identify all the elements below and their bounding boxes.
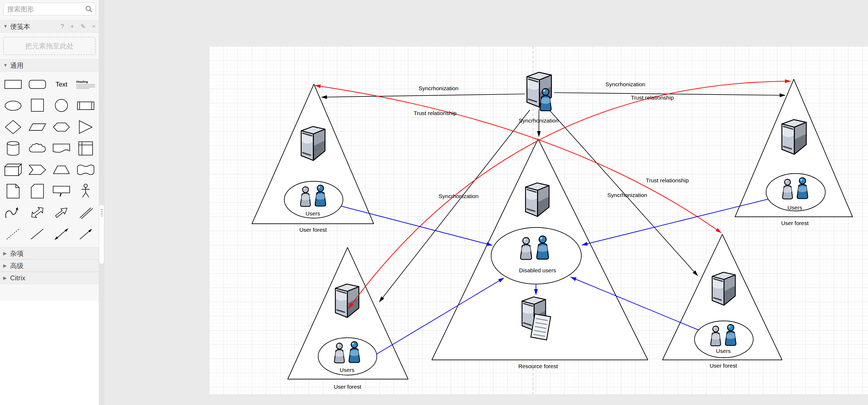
shape-diamond[interactable] xyxy=(1,116,25,138)
sync-label-center[interactable]: Syncrhonization xyxy=(519,118,558,124)
shape-bidirectional-connector[interactable] xyxy=(50,223,74,245)
sync-label-top-left[interactable]: Syncrhonization xyxy=(418,85,458,91)
scratchpad-title: 便笺本 xyxy=(10,22,30,31)
shape-trapezoid[interactable] xyxy=(50,159,74,181)
section-advanced[interactable]: ▶ 高级 xyxy=(0,259,99,272)
assign-edge-top-right[interactable] xyxy=(582,199,768,245)
shape-step[interactable] xyxy=(25,159,50,181)
disabled-users-label[interactable]: Disabled users xyxy=(519,267,556,273)
sync-edge-to-top-left[interactable] xyxy=(321,94,525,97)
section-general[interactable]: ▼ 通用 xyxy=(0,59,99,71)
shape-rectangle[interactable] xyxy=(1,74,25,95)
chevron-down-icon: ▼ xyxy=(3,63,7,68)
forest-label-bottom-right[interactable]: User forest xyxy=(710,363,737,369)
shape-callout[interactable] xyxy=(50,181,74,202)
misc-title: 杂项 xyxy=(10,249,24,258)
shape-curve[interactable] xyxy=(1,202,25,223)
shape-parallelogram[interactable] xyxy=(25,116,50,138)
shape-internal-storage[interactable] xyxy=(74,138,98,159)
trust-label-mid-right[interactable]: Trust relationship xyxy=(646,177,689,183)
section-citrix[interactable]: ▶ Citrix xyxy=(0,272,99,284)
trust-label-top-left[interactable]: Trust relationship xyxy=(414,110,457,116)
diagram-layer xyxy=(0,0,868,405)
trust-label-top-right[interactable]: Trust relationship xyxy=(631,94,674,101)
shapes-sidebar: ▼ 便笺本 ? + ✎ × 把元素拖至此处 ▼ 通用 Text Heading xyxy=(0,0,99,405)
shape-note[interactable] xyxy=(1,181,25,202)
section-misc[interactable]: ▶ 杂项 xyxy=(0,247,99,259)
close-icon[interactable]: × xyxy=(92,23,96,30)
shape-link[interactable] xyxy=(74,202,98,223)
shape-circle[interactable] xyxy=(50,95,74,116)
shape-ellipse[interactable] xyxy=(1,95,25,116)
advanced-title: 高级 xyxy=(10,261,24,270)
sync-label-top-right[interactable]: Syncrhonization xyxy=(606,81,645,87)
drawio-app: Users Users Users Users Disabled users U… xyxy=(0,0,868,405)
shape-document[interactable] xyxy=(50,138,74,159)
edit-pencil-icon[interactable]: ✎ xyxy=(80,23,85,30)
citrix-title: Citrix xyxy=(10,274,25,282)
sidebar-empty-area xyxy=(0,301,99,405)
resource-forest-label[interactable]: Resource forest xyxy=(518,363,558,369)
forest-label-top-left[interactable]: User forest xyxy=(300,227,327,233)
shape-dashed-line[interactable] xyxy=(1,223,25,245)
sidebar-splitter[interactable] xyxy=(99,0,105,405)
shape-heading-textbox[interactable]: Heading xyxy=(74,74,98,95)
forest-label-bottom-left[interactable]: User forest xyxy=(334,384,362,390)
add-icon[interactable]: + xyxy=(70,23,74,30)
assign-edge-top-left[interactable] xyxy=(341,206,492,245)
sync-label-mid-left[interactable]: Syncrhonization xyxy=(438,193,478,199)
chevron-right-icon: ▶ xyxy=(3,275,7,281)
users-label-bottom-right[interactable]: Users xyxy=(716,348,731,354)
shape-tape[interactable] xyxy=(74,159,98,181)
shape-arrow[interactable] xyxy=(50,202,74,223)
section-scratchpad[interactable]: ▼ 便笺本 ? + ✎ × xyxy=(0,20,99,33)
shape-bidirectional-arrow[interactable] xyxy=(25,202,50,223)
sync-label-mid-right[interactable]: Syncrhonization xyxy=(607,192,647,198)
general-title: 通用 xyxy=(10,61,24,70)
shape-text[interactable]: Text xyxy=(50,74,74,95)
shape-directional-connector[interactable] xyxy=(74,223,98,245)
sidebar-scrollbar-thumb[interactable] xyxy=(99,205,104,264)
chevron-right-icon: ▶ xyxy=(3,263,7,269)
dropzone-hint: 把元素拖至此处 xyxy=(25,41,74,51)
users-label-top-right[interactable]: Users xyxy=(788,205,802,211)
users-label-top-left[interactable]: Users xyxy=(306,210,320,217)
shape-cube[interactable] xyxy=(1,159,25,181)
users-label-bottom-left[interactable]: Users xyxy=(340,367,354,373)
shape-rounded-rectangle[interactable] xyxy=(25,74,50,95)
document-icon xyxy=(531,314,551,340)
shape-cloud[interactable] xyxy=(25,138,50,159)
search-icon[interactable] xyxy=(85,5,93,14)
shape-process[interactable] xyxy=(74,95,98,116)
shape-card[interactable] xyxy=(25,181,50,202)
help-icon[interactable]: ? xyxy=(61,23,64,30)
shape-square[interactable] xyxy=(25,95,50,116)
shape-actor[interactable] xyxy=(74,181,98,202)
forest-label-top-right[interactable]: User forest xyxy=(781,220,809,226)
shape-hexagon[interactable] xyxy=(50,116,74,138)
chevron-down-icon: ▼ xyxy=(3,24,7,29)
disabled-users-ellipse[interactable] xyxy=(491,227,581,284)
scratchpad-dropzone[interactable]: 把元素拖至此处 xyxy=(3,37,96,55)
shape-palette: Text Heading xyxy=(0,71,99,247)
splitter-grip-icon xyxy=(101,209,103,216)
search-input[interactable] xyxy=(3,3,96,15)
shape-cylinder[interactable] xyxy=(1,138,25,159)
chevron-right-icon: ▶ xyxy=(3,251,7,256)
shape-triangle[interactable] xyxy=(74,116,98,138)
shape-line[interactable] xyxy=(25,223,50,245)
